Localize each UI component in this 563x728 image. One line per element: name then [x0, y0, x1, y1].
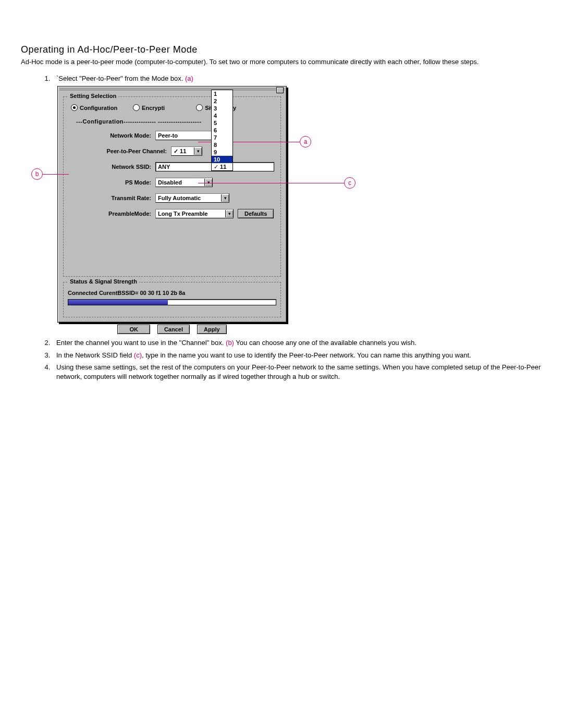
step-1-text: `Select "Peer-to-Peer" from the Mode box… [56, 75, 185, 82]
step-3-pre: In the Network SSID field [56, 351, 134, 359]
page-title: Operating in Ad-Hoc/Peer-to-Peer Mode [21, 44, 542, 55]
dropdown-opt-10[interactable]: 10 [212, 156, 232, 163]
tab-radio-row: Configuration Encrypti Site Survey [68, 104, 276, 111]
dropdown-opt-8[interactable]: 8 [212, 141, 232, 149]
ps-mode-select[interactable]: Disabled ▾ [155, 178, 213, 187]
label-p2p-channel: Peer-to-Peer Channel: [68, 148, 171, 154]
setting-selection-group: Setting Selection Configuration Encrypti… [63, 96, 281, 277]
dropdown-opt-2[interactable]: 2 [212, 97, 232, 105]
p2p-channel-value: ✓ 11 [172, 148, 188, 155]
dropdown-opt-1[interactable]: 1 [212, 90, 232, 97]
field-preamble: PreambleMode: Long Tx Preamble ▾ Default… [68, 209, 276, 218]
callout-c-line [198, 183, 344, 183]
chevron-updown-icon[interactable]: ▾ [204, 179, 212, 186]
dropdown-opt-4[interactable]: 4 [212, 112, 232, 119]
field-network-mode: Network Mode: Peer-to ▾ [68, 131, 276, 140]
chevron-updown-icon[interactable]: ▾ [194, 147, 202, 155]
status-group: Status & Signal Strength Connected Curen… [63, 282, 281, 317]
radio-configuration[interactable]: Configuration [71, 104, 117, 111]
label-preamble: PreambleMode: [68, 211, 155, 217]
radio-encryption-label: Encrypti [142, 105, 165, 111]
chevron-updown-icon[interactable]: ▾ [225, 210, 233, 217]
defaults-button[interactable]: Defaults [238, 209, 274, 218]
field-p2p-channel: Peer-to-Peer Channel: ✓ 11 ▾ [68, 146, 276, 156]
figure: a b c 1 2 3 4 5 6 7 8 9 10 11 [21, 86, 542, 331]
radio-dot-icon [196, 104, 203, 111]
dropdown-opt-5[interactable]: 5 [212, 119, 232, 127]
radio-dot-icon [133, 104, 140, 111]
dropdown-opt-7[interactable]: 7 [212, 134, 232, 141]
signal-strength-fill [68, 300, 168, 305]
cancel-button[interactable]: Cancel [157, 325, 190, 334]
step-4: Using these same settings, set the rest … [52, 363, 542, 381]
mode-dropdown-list[interactable]: 1 2 3 4 5 6 7 8 9 10 11 [211, 90, 233, 171]
ok-button[interactable]: OK [117, 325, 150, 334]
label-tx-rate: Transmit Rate: [68, 195, 155, 201]
field-ssid: Network SSID: ANY [68, 162, 276, 171]
apply-button[interactable]: Apply [197, 325, 227, 334]
dialog-titlebar[interactable] [59, 88, 285, 91]
tx-rate-value: Fully Automatic [156, 195, 203, 201]
intro-text: Ad-Hoc mode is a peer-to-peer mode (comp… [21, 57, 542, 67]
tx-rate-select[interactable]: Fully Automatic ▾ [155, 193, 229, 203]
ps-mode-value: Disabled [156, 179, 184, 186]
dropdown-opt-6[interactable]: 6 [212, 127, 232, 134]
step-3-post: , type in the name you want to use to id… [142, 351, 471, 359]
step-1-ref: (a) [185, 75, 193, 82]
label-network-mode: Network Mode: [68, 132, 155, 139]
callout-b: b [31, 168, 43, 180]
label-ps-mode: PS Mode: [68, 179, 155, 186]
step-2-pre: Enter the channel you want to use in the… [56, 339, 226, 347]
field-ps-mode: PS Mode: Disabled ▾ [68, 178, 276, 187]
dropdown-opt-3[interactable]: 3 [212, 105, 232, 112]
callout-a: a [300, 136, 311, 147]
callout-b-line [43, 174, 69, 175]
preamble-select[interactable]: Long Tx Preamble ▾ [155, 209, 234, 218]
label-ssid: Network SSID: [68, 164, 155, 170]
setting-selection-title: Setting Selection [68, 93, 118, 99]
field-tx-rate: Transmit Rate: Fully Automatic ▾ [68, 193, 276, 203]
step-3: In the Network SSID field (c), type in t… [52, 351, 542, 360]
signal-strength-bar [68, 299, 276, 305]
configuration-separator: ---Configuration--------------- --------… [68, 118, 276, 125]
dropdown-opt-9[interactable]: 9 [212, 149, 232, 156]
dialog-buttons: OK Cancel Apply [58, 325, 286, 334]
settings-dialog: 1 2 3 4 5 6 7 8 9 10 11 Setting Selectio… [57, 86, 287, 323]
step-2-ref: (b) [226, 339, 234, 347]
radio-configuration-label: Configuration [80, 105, 117, 111]
steps-list-cont: Enter the channel you want to use in the… [21, 338, 542, 381]
step-2: Enter the channel you want to use in the… [52, 338, 542, 348]
network-mode-value: Peer-to [156, 132, 180, 139]
status-title: Status & Signal Strength [68, 278, 139, 285]
p2p-channel-select[interactable]: ✓ 11 ▾ [171, 146, 202, 156]
callout-c: c [344, 177, 356, 189]
steps-list: `Select "Peer-to-Peer" from the Mode box… [21, 74, 542, 83]
radio-encryption[interactable]: Encrypti [133, 104, 165, 111]
preamble-value: Long Tx Preamble [156, 211, 210, 217]
ssid-value: ANY [158, 164, 170, 170]
step-3-ref: (c) [134, 351, 142, 359]
step-1: `Select "Peer-to-Peer" from the Mode box… [52, 74, 542, 83]
dropdown-opt-11[interactable]: 11 [212, 163, 232, 170]
drag-handle-icon[interactable] [276, 87, 284, 93]
radio-dot-icon [71, 104, 78, 111]
status-text: Connected CurentBSSID= 00 30 f1 10 2b 8a [68, 290, 276, 296]
step-2-post: You can choose any one of the available … [234, 339, 417, 347]
chevron-updown-icon[interactable]: ▾ [221, 194, 229, 202]
